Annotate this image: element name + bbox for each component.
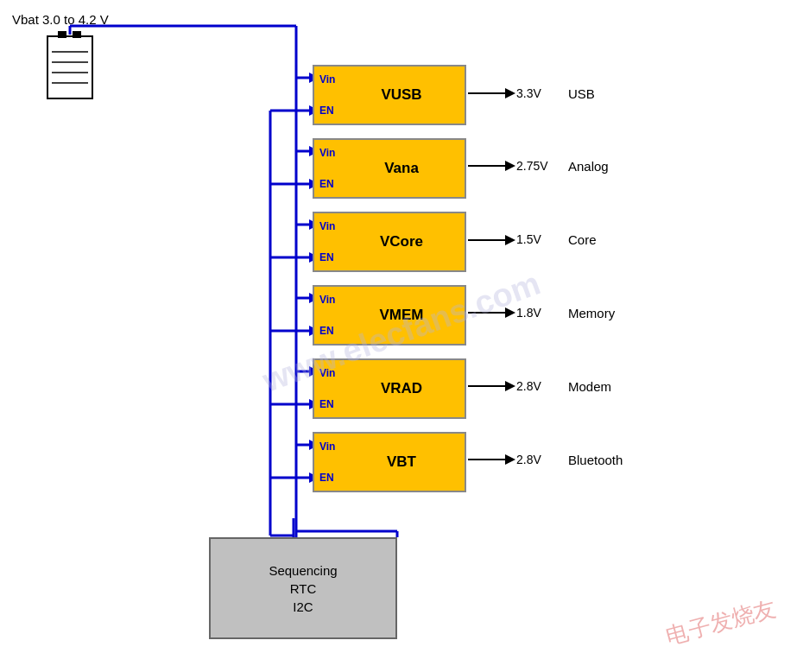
vcore-dest: Core bbox=[568, 232, 597, 247]
vbt-vin-label: Vin bbox=[319, 441, 335, 453]
vrad-en-label: EN bbox=[319, 398, 334, 410]
svg-marker-22 bbox=[505, 161, 515, 171]
vusb-dest: USB bbox=[568, 86, 595, 101]
vmem-vin-label: Vin bbox=[319, 294, 335, 306]
vusb-name: VUSB bbox=[381, 86, 421, 104]
vbt-voltage: 2.8V bbox=[516, 453, 541, 466]
svg-marker-34 bbox=[505, 307, 515, 318]
vbt-dest: Bluetooth bbox=[568, 453, 623, 467]
vrad-box: Vin EN VRAD bbox=[313, 358, 466, 419]
vana-en-label: EN bbox=[319, 178, 334, 190]
vcore-box: Vin EN VCore bbox=[313, 212, 466, 272]
svg-marker-40 bbox=[505, 381, 515, 391]
vmem-dest: Memory bbox=[568, 306, 615, 320]
vbt-name: VBT bbox=[387, 453, 416, 471]
vusb-voltage: 3.3V bbox=[516, 86, 541, 100]
vrad-voltage: 2.8V bbox=[516, 379, 541, 393]
vmem-en-label: EN bbox=[319, 325, 334, 337]
vmem-name: VMEM bbox=[380, 307, 424, 324]
vana-box: Vin EN Vana bbox=[313, 138, 466, 199]
vbt-box: Vin EN VBT bbox=[313, 432, 466, 492]
vusb-vin-label: Vin bbox=[319, 73, 335, 86]
svg-marker-16 bbox=[505, 88, 515, 98]
vrad-name: VRAD bbox=[381, 380, 422, 397]
vcore-voltage: 1.5V bbox=[516, 232, 541, 246]
diagram-container: www.elecfans.com 电子发烧友 bbox=[0, 0, 803, 672]
vana-name: Vana bbox=[384, 160, 419, 177]
vbat-label: Vbat 3.0 to 4.2 V bbox=[12, 12, 109, 27]
svg-rect-2 bbox=[73, 31, 81, 38]
vana-vin-label: Vin bbox=[319, 147, 335, 159]
vbt-en-label: EN bbox=[319, 472, 334, 484]
vana-voltage: 2.75V bbox=[516, 159, 548, 173]
vcore-vin-label: Vin bbox=[319, 220, 335, 232]
seq-title: Sequencing bbox=[269, 563, 337, 578]
seq-rtc: RTC bbox=[290, 581, 317, 596]
svg-rect-0 bbox=[47, 36, 92, 98]
svg-rect-1 bbox=[58, 31, 66, 38]
sequencer-box: Sequencing RTC I2C bbox=[209, 537, 397, 639]
seq-i2c: I2C bbox=[293, 599, 313, 614]
vusb-en-label: EN bbox=[319, 105, 334, 117]
vusb-box: Vin EN VUSB bbox=[313, 65, 466, 125]
vrad-dest: Modem bbox=[568, 379, 611, 394]
vcore-en-label: EN bbox=[319, 251, 334, 263]
svg-marker-46 bbox=[505, 454, 515, 465]
vrad-vin-label: Vin bbox=[319, 367, 335, 379]
vcore-name: VCore bbox=[380, 233, 423, 250]
vmem-voltage: 1.8V bbox=[516, 306, 541, 320]
vana-dest: Analog bbox=[568, 159, 609, 174]
vmem-box: Vin EN VMEM bbox=[313, 285, 466, 346]
svg-marker-28 bbox=[505, 235, 515, 245]
